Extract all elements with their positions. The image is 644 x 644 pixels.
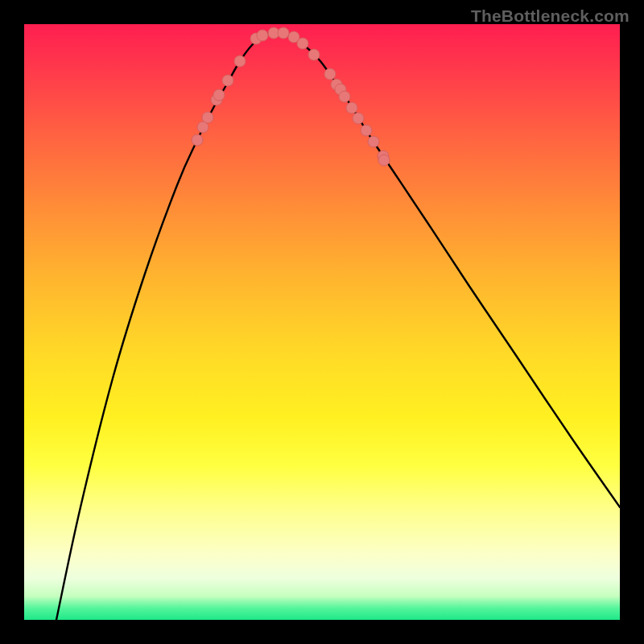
data-point-marker <box>213 89 225 101</box>
curve-layer <box>24 24 620 620</box>
data-point-marker <box>257 30 268 41</box>
data-point-marker <box>353 113 364 124</box>
bottleneck-curve <box>56 32 620 620</box>
data-point-marker <box>278 27 289 39</box>
chart-frame: TheBottleneck.com <box>0 0 644 644</box>
data-point-marker <box>202 112 213 123</box>
data-point-marker <box>192 134 203 146</box>
data-point-marker <box>339 91 350 102</box>
plot-area <box>24 24 620 620</box>
data-point-marker <box>234 56 246 67</box>
data-point-marker <box>222 75 233 86</box>
data-point-marker <box>297 38 308 49</box>
data-point-marker <box>308 49 320 60</box>
data-point-marker <box>346 102 357 114</box>
data-point-marker <box>368 136 379 147</box>
data-point-marker <box>361 125 372 136</box>
watermark-text: TheBottleneck.com <box>471 6 630 26</box>
data-point-marker <box>378 155 390 166</box>
data-point-marker <box>324 68 336 80</box>
